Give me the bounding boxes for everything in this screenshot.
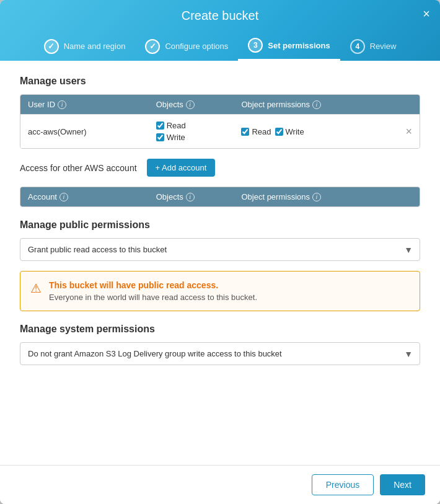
perms-read-text: Read: [252, 127, 271, 136]
perms-write-text: Write: [286, 127, 304, 136]
public-permissions-select[interactable]: Grant public read access to this bucket …: [20, 238, 420, 261]
users-table-header: User ID i Objects i Object permissions i: [20, 95, 420, 114]
step-set-permissions[interactable]: 3 Set permissions: [238, 32, 340, 61]
manage-users-table: User ID i Objects i Object permissions i…: [20, 94, 420, 149]
system-permissions-select-wrap: Do not grant Amazon S3 Log Delivery grou…: [20, 342, 420, 365]
step1-label: Name and region: [64, 42, 126, 51]
perms-write-label[interactable]: Write: [275, 127, 304, 136]
close-button[interactable]: ×: [423, 7, 430, 20]
objects-read-checkbox[interactable]: [156, 122, 164, 130]
step-configure-options[interactable]: ✓ Configure options: [135, 33, 238, 60]
objects-write-text: Write: [167, 133, 185, 142]
steps-row: ✓ Name and region ✓ Configure options 3 …: [12, 32, 428, 61]
public-permissions-select-wrap: Grant public read access to this bucket …: [20, 238, 420, 261]
warning-title: This bucket will have public read access…: [49, 280, 257, 290]
delete-user-button[interactable]: ×: [406, 126, 413, 137]
objects-read-text: Read: [167, 121, 186, 130]
warning-triangle-icon: ⚠: [30, 281, 42, 296]
add-account-row: Access for other AWS account + Add accou…: [20, 159, 420, 177]
account-objects-header: Objects: [156, 192, 183, 201]
warning-desc: Everyone in the world will have read acc…: [49, 293, 257, 302]
step4-label: Review: [370, 42, 397, 51]
manage-users-title: Manage users: [20, 76, 420, 87]
step2-label: Configure options: [165, 42, 228, 51]
modal-title: Create bucket: [182, 9, 259, 23]
objects-header: Objects: [156, 100, 183, 109]
user-row: acc-aws(Owner) Read Write: [20, 114, 420, 148]
next-button[interactable]: Next: [380, 474, 425, 495]
objects-write-checkbox[interactable]: [156, 133, 164, 141]
account-info-icon[interactable]: i: [59, 193, 68, 201]
modal-header: Create bucket × ✓ Name and region ✓ Conf…: [0, 0, 440, 61]
step-review[interactable]: 4 Review: [340, 33, 407, 60]
account-obj-perms-header: Object permissions: [241, 192, 310, 201]
user-id-cell: acc-aws(Owner): [28, 127, 156, 136]
public-access-warning: ⚠ This bucket will have public read acce…: [20, 271, 420, 311]
other-aws-label: Access for other AWS account: [20, 163, 137, 173]
perms-read-checkbox[interactable]: [241, 128, 249, 136]
objects-info-icon[interactable]: i: [186, 100, 195, 109]
modal-body: Manage users User ID i Objects i Object …: [0, 61, 440, 465]
system-permissions-select[interactable]: Do not grant Amazon S3 Log Delivery grou…: [20, 342, 420, 365]
objects-read-label[interactable]: Read: [156, 121, 242, 130]
account-table-header: Account i Objects i Object permissions i: [20, 187, 420, 206]
objects-write-label[interactable]: Write: [156, 133, 242, 142]
add-account-button[interactable]: + Add account: [147, 159, 216, 177]
previous-button[interactable]: Previous: [312, 474, 374, 495]
account-objects-info-icon[interactable]: i: [186, 193, 195, 201]
other-account-table: Account i Objects i Object permissions i: [20, 187, 420, 207]
perms-write-checkbox[interactable]: [275, 128, 283, 136]
object-permissions-header: Object permissions: [241, 100, 310, 109]
account-header: Account: [28, 192, 57, 201]
perms-read-label[interactable]: Read: [241, 127, 271, 136]
object-permissions-info-icon[interactable]: i: [312, 100, 321, 109]
create-bucket-modal: Create bucket × ✓ Name and region ✓ Conf…: [0, 0, 440, 504]
step-name-region[interactable]: ✓ Name and region: [34, 33, 136, 60]
user-id-info-icon[interactable]: i: [58, 100, 66, 109]
modal-footer: Previous Next: [0, 465, 440, 504]
step4-icon: 4: [350, 39, 365, 54]
step3-label: Set permissions: [268, 41, 330, 50]
manage-public-title: Manage public permissions: [20, 219, 420, 231]
step2-icon: ✓: [145, 39, 160, 54]
step3-icon: 3: [248, 38, 263, 53]
user-id-header: User ID: [28, 100, 55, 109]
step1-icon: ✓: [44, 39, 59, 54]
manage-system-title: Manage system permissions: [20, 324, 420, 335]
account-obj-perms-info-icon[interactable]: i: [312, 193, 321, 201]
